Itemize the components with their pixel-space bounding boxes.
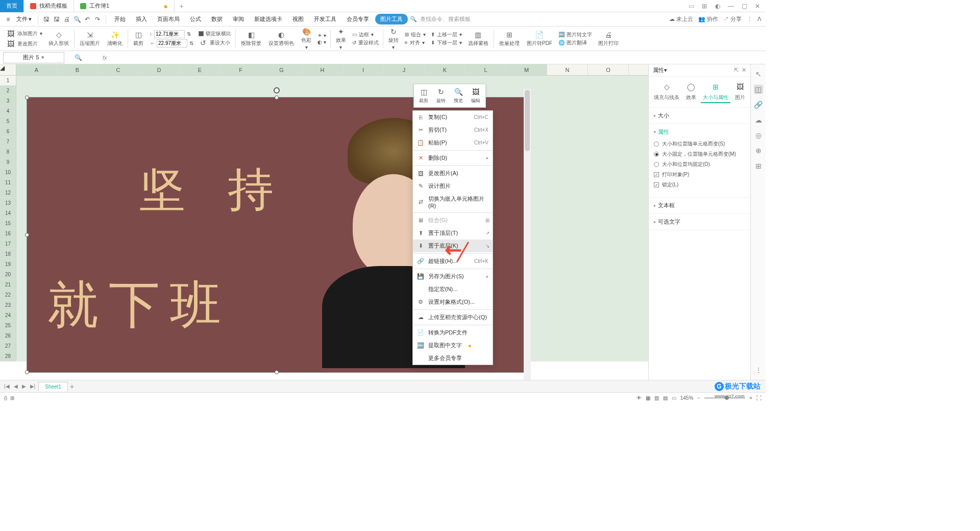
clarity-button[interactable]: ✨清晰化 <box>104 29 126 48</box>
panel-section-size[interactable]: ▸大小 <box>649 108 750 124</box>
zoom-value[interactable]: 145% <box>680 395 694 401</box>
fullscreen-icon[interactable]: ⛶ <box>756 395 762 401</box>
fx-search-icon[interactable]: 🔍 <box>75 54 82 61</box>
collapse-ribbon-icon[interactable]: ᐱ <box>757 16 762 22</box>
side-style-icon[interactable]: ◫ <box>754 85 763 94</box>
translate-button[interactable]: 🌐 图片翻译 <box>558 39 592 46</box>
checkbox-print[interactable]: 打印对象(P) <box>654 170 745 180</box>
col-header[interactable]: F <box>220 64 261 75</box>
view-page-icon[interactable]: ▥ <box>654 395 659 401</box>
save-as-icon[interactable]: 🖫 <box>53 15 61 23</box>
float-preview-button[interactable]: 🔍预览 <box>450 85 467 106</box>
radio-move-size[interactable]: 大小和位置随单元格而变(S) <box>654 139 745 149</box>
context-menu-item[interactable]: ✎设计图片 <box>413 180 493 192</box>
more-icon[interactable]: ⋮ <box>747 16 752 22</box>
undo-icon[interactable]: ↶ <box>83 15 91 23</box>
row-header[interactable]: 21 <box>0 280 16 290</box>
context-menu-item[interactable]: ⎘复制(C)Ctrl+C <box>413 111 493 124</box>
row-header[interactable]: 26 <box>0 331 16 341</box>
tab-template[interactable]: 找稻壳模板 <box>24 0 74 12</box>
select-pane-button[interactable]: ▥选择窗格 <box>465 29 492 48</box>
row-header[interactable]: 15 <box>0 219 16 229</box>
menu-formula[interactable]: 公式 <box>186 13 205 25</box>
sheet-nav-first[interactable]: |◀ <box>3 383 11 389</box>
cloud-status[interactable]: ☁ 未上云 <box>669 15 693 23</box>
row-header[interactable]: 28 <box>0 351 16 361</box>
col-header[interactable]: G <box>261 64 302 75</box>
to-pdf-button[interactable]: 📄图片转PDF <box>524 29 555 48</box>
spreadsheet[interactable]: ◢ A B C D E F G H I J K L M N O 12345678… <box>0 64 648 380</box>
apps-icon[interactable]: ⊞ <box>700 2 708 10</box>
transparency-button[interactable]: ◐设置透明色 <box>265 29 297 48</box>
side-settings-icon[interactable]: ⊞ <box>754 161 763 171</box>
row-header[interactable]: 4 <box>0 106 16 116</box>
menu-data[interactable]: 数据 <box>207 13 227 25</box>
select-all-corner[interactable]: ◢ <box>0 64 16 75</box>
row-header[interactable]: 6 <box>0 127 16 137</box>
col-header[interactable]: C <box>98 64 139 75</box>
status-sheet-icon[interactable]: ⊞ <box>10 395 14 401</box>
sheet-tab[interactable]: Sheet1 <box>38 382 68 391</box>
menu-image-tools[interactable]: 图片工具 <box>375 14 408 25</box>
panel-section-textbox[interactable]: ▸文本框 <box>649 198 750 214</box>
row-header[interactable]: 5 <box>0 116 16 127</box>
col-header[interactable]: K <box>425 64 465 75</box>
col-header[interactable]: A <box>16 64 57 75</box>
view-eye-icon[interactable]: 👁 <box>636 395 642 401</box>
sheet-nav-next[interactable]: ▶ <box>21 383 27 389</box>
remove-bg-button[interactable]: ◧抠除背景 <box>238 29 264 48</box>
context-menu-item[interactable]: 更多会员专享 <box>413 352 493 365</box>
row-header[interactable]: 25 <box>0 321 16 331</box>
menu-start[interactable]: 开始 <box>110 13 130 25</box>
add-sheet-button[interactable]: + <box>70 382 74 391</box>
contrast-button[interactable]: ◐ ▾ <box>317 39 326 45</box>
scrollbar-vertical[interactable] <box>524 89 531 380</box>
row-header[interactable]: 22 <box>0 290 16 300</box>
zoom-out-button[interactable]: − <box>697 395 700 401</box>
align-button[interactable]: ≡ 对齐 ▾ <box>405 39 426 46</box>
side-cloud-icon[interactable]: ☁ <box>754 115 763 125</box>
col-header[interactable]: H <box>302 64 343 75</box>
sheet-nav-last[interactable]: ▶| <box>29 383 37 389</box>
row-header[interactable]: 24 <box>0 310 16 321</box>
side-backup-icon[interactable]: ⊕ <box>754 146 763 155</box>
float-edit-button[interactable]: 🖼编辑 <box>467 85 484 106</box>
view-normal-icon[interactable]: ▦ <box>646 395 650 401</box>
side-more-icon[interactable]: ⋮ <box>754 366 763 375</box>
close-button[interactable]: ✕ <box>753 2 762 10</box>
context-menu-item[interactable]: ✕删除(D)▸ <box>413 152 493 164</box>
layout-icon[interactable]: ▭ <box>687 2 695 10</box>
side-location-icon[interactable]: ◎ <box>754 131 763 140</box>
width-input[interactable] <box>157 39 187 47</box>
menu-dev[interactable]: 开发工具 <box>310 13 340 25</box>
send-backward-button[interactable]: ⬇ 下移一层 ▾ <box>431 39 462 46</box>
resize-handle[interactable] <box>25 95 29 100</box>
height-input[interactable] <box>154 30 185 38</box>
menu-review[interactable]: 审阅 <box>229 13 248 25</box>
rotate-button[interactable]: ↻旋转 ▾ <box>385 26 402 51</box>
row-header[interactable]: 1 <box>0 76 16 86</box>
crop-button[interactable]: ◫裁剪 <box>130 29 146 48</box>
maximize-button[interactable]: ▢ <box>740 2 748 10</box>
side-select-icon[interactable]: ↖ <box>754 69 763 79</box>
row-header[interactable]: 3 <box>0 96 16 106</box>
minimize-button[interactable]: — <box>727 2 735 10</box>
row-header[interactable]: 17 <box>0 239 16 249</box>
context-menu-item[interactable]: 📋粘贴(P)Ctrl+V <box>413 136 493 149</box>
col-header[interactable]: E <box>180 64 220 75</box>
name-box[interactable]: 图片 5▾ <box>3 52 64 63</box>
effects-button[interactable]: ✦效果 ▾ <box>333 26 349 51</box>
row-header[interactable]: 19 <box>0 259 16 270</box>
context-menu-item[interactable]: ✂剪切(T)Ctrl+X <box>413 124 493 136</box>
compress-button[interactable]: ⇲压缩图片 <box>77 29 103 48</box>
redo-icon[interactable]: ↷ <box>93 15 102 23</box>
menu-member[interactable]: 会员专享 <box>342 13 373 25</box>
context-menu-item[interactable]: ⬇置于底层(K)↘ <box>413 239 493 252</box>
col-header[interactable]: J <box>384 64 425 75</box>
brightness-button[interactable]: ☀ ▾ <box>317 33 326 38</box>
row-header[interactable]: 2 <box>0 86 16 96</box>
menu-view[interactable]: 视图 <box>288 13 308 25</box>
menu-insert[interactable]: 插入 <box>132 13 151 25</box>
float-rotate-button[interactable]: ↻旋转 <box>432 85 450 106</box>
batch-button[interactable]: ⊞批量处理 <box>496 29 523 48</box>
